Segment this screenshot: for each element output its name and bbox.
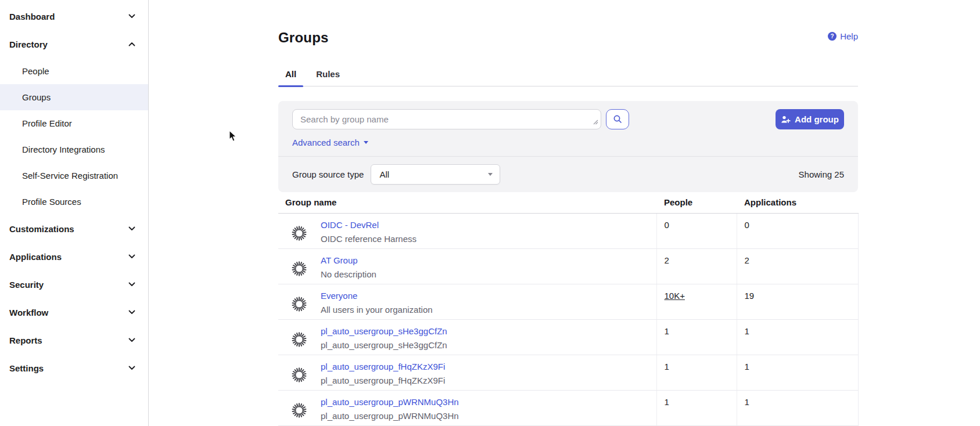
tab-rules[interactable]: Rules [309,62,347,86]
table-row: AT GroupNo description22 [278,248,858,284]
table-row: pl_auto_usergroup_sHe3ggCfZnpl_auto_user… [278,319,858,355]
applications-count: 0 [737,213,858,248]
select-value: All [379,169,389,179]
sidebar-item-label: Workflow [9,308,48,317]
sidebar-item-label: Security [9,280,44,290]
page-title: Groups [278,30,329,45]
group-source-type-select[interactable]: All [371,164,500,185]
group-icon [292,297,307,312]
sidebar-item-workflow[interactable]: Workflow [0,298,148,326]
table-row: EveryoneAll users in your organization10… [278,284,858,319]
help-link[interactable]: ? Help [828,31,858,41]
sidebar-item-directory-integrations[interactable]: Directory Integrations [0,136,148,163]
table-row: OIDC - DevRelOIDC reference Harness00 [278,213,858,248]
sidebar-item-label: Profile Editor [22,118,72,128]
sidebar-item-label: Settings [9,363,44,373]
column-header-group-name: Group name [278,192,656,213]
groups-table-body: OIDC - DevRelOIDC reference Harness00AT … [278,213,858,425]
group-description: All users in your organization [321,304,433,316]
group-name-link[interactable]: pl_auto_usergroup_pWRNMuQ3Hn [321,396,459,408]
group-description: pl_auto_usergroup_pWRNMuQ3Hn [321,410,459,422]
sidebar-item-label: Dashboard [9,12,55,21]
applications-count: 19 [737,284,858,319]
group-description: pl_auto_usergroup_fHqZKzX9Fi [321,375,445,387]
people-count: 2 [656,248,737,284]
group-name-link[interactable]: pl_auto_usergroup_sHe3ggCfZn [321,326,447,337]
group-icon [292,332,307,347]
sidebar-item-label: Directory Integrations [22,145,105,154]
people-count[interactable]: 10K+ [656,284,737,319]
search-input[interactable]: Search by group name [292,109,601,129]
resize-grip-icon[interactable] [593,117,598,127]
sidebar-item-label: People [22,66,49,76]
tab-bar: All Rules [278,62,858,86]
caret-down-icon [364,141,368,144]
groups-table: Group name People Applications OIDC - De… [278,192,859,426]
column-header-applications: Applications [737,192,858,213]
advanced-search-label: Advanced search [292,138,360,147]
sidebar-item-groups[interactable]: Groups [0,84,148,110]
sidebar-item-settings[interactable]: Settings [0,354,148,382]
advanced-search-link[interactable]: Advanced search [292,138,368,147]
group-source-type-label: Group source type [292,169,364,179]
app-root: Dashboard Directory People Groups Profil… [0,0,980,426]
add-group-button[interactable]: Add group [776,109,844,129]
add-group-label: Add group [795,114,839,124]
chevron-down-icon [128,14,135,19]
chevron-down-icon [128,254,135,259]
sidebar-item-self-service-registration[interactable]: Self-Service Registration [0,163,148,189]
tab-all[interactable]: All [278,62,303,86]
search-icon [613,114,623,124]
sidebar-item-label: Groups [22,92,51,102]
help-icon: ? [828,32,837,41]
people-count: 0 [656,213,737,248]
chevron-down-icon [128,282,135,287]
group-description: OIDC reference Harness [321,233,417,245]
sidebar-item-reports[interactable]: Reports [0,326,148,354]
add-person-icon [781,115,791,124]
sidebar-item-label: Applications [9,252,62,262]
chevron-up-icon [128,42,135,46]
people-count: 1 [656,355,737,390]
chevron-down-icon [128,338,135,342]
sidebar-item-label: Self-Service Registration [22,171,118,180]
column-header-people: People [656,192,737,213]
search-placeholder: Search by group name [300,114,389,124]
group-icon [292,261,307,276]
group-name-link[interactable]: pl_auto_usergroup_fHqZKzX9Fi [321,361,445,373]
main-area: Groups ? Help All Rules Search by group … [149,0,980,426]
people-count: 1 [656,390,737,425]
chevron-down-icon [128,226,135,231]
sidebar-item-label: Directory [9,39,48,49]
chevron-down-icon [128,366,135,370]
applications-count: 1 [737,390,858,425]
group-description: No description [321,269,376,280]
caret-down-icon [488,173,493,176]
sidebar: Dashboard Directory People Groups Profil… [0,0,149,426]
group-icon [292,403,307,418]
group-name-link[interactable]: OIDC - DevRel [321,219,417,231]
search-button[interactable] [606,109,629,129]
sidebar-item-profile-editor[interactable]: Profile Editor [0,110,148,136]
sidebar-item-label: Customizations [9,224,74,234]
sidebar-item-dashboard[interactable]: Dashboard [0,2,148,30]
sidebar-item-security[interactable]: Security [0,270,148,298]
filter-panel: Search by group name Add group Advanced … [278,101,858,192]
sidebar-item-directory[interactable]: Directory [0,30,148,58]
sidebar-item-applications[interactable]: Applications [0,243,148,270]
sidebar-item-people[interactable]: People [0,58,148,84]
sidebar-item-profile-sources[interactable]: Profile Sources [0,189,148,215]
sidebar-item-label: Profile Sources [22,197,81,207]
chevron-down-icon [128,310,135,315]
group-name-link[interactable]: Everyone [321,290,433,302]
group-name-link[interactable]: AT Group [321,255,376,266]
sidebar-item-label: Reports [9,335,42,345]
help-label: Help [840,31,858,41]
table-row: pl_auto_usergroup_pWRNMuQ3Hnpl_auto_user… [278,390,858,425]
group-icon [292,226,307,241]
sidebar-item-customizations[interactable]: Customizations [0,215,148,243]
table-row: pl_auto_usergroup_fHqZKzX9Fipl_auto_user… [278,355,858,390]
applications-count: 2 [737,248,858,284]
group-description: pl_auto_usergroup_sHe3ggCfZn [321,340,447,351]
applications-count: 1 [737,319,858,355]
